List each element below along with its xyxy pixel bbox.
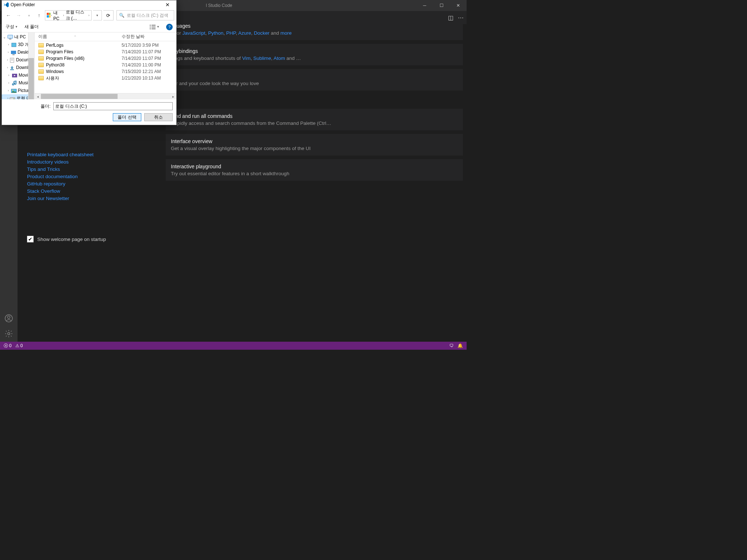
feedback-icon[interactable]: 🗨	[449, 343, 454, 348]
file-row[interactable]: PerfLogs5/17/2020 3:59 PM	[35, 42, 176, 49]
search-input[interactable]: 🔍 로컬 디스크 (C:) 검색	[116, 10, 174, 20]
file-row[interactable]: 사용자1/21/2020 10:13 AM	[35, 75, 176, 81]
card-playground[interactable]: Interactive playground Try out essential…	[166, 159, 463, 181]
card-desc: rt for JavaScript, Python, PHP, Azure, D…	[171, 30, 458, 36]
select-folder-button[interactable]: 폴더 선택	[113, 113, 141, 121]
svg-rect-14	[9, 39, 11, 39]
file-list[interactable]: PerfLogs5/17/2020 3:59 PMProgram Files7/…	[35, 41, 176, 93]
card-desc: Rapidly access and search commands from …	[171, 120, 458, 126]
more-actions-icon[interactable]: ⋯	[458, 14, 464, 21]
close-window-button[interactable]: ✕	[450, 0, 467, 11]
chevron-down-icon[interactable]: ⌄	[3, 34, 6, 40]
link-python[interactable]: Python	[208, 30, 223, 36]
folder-name-input[interactable]	[53, 102, 173, 110]
folder-type-icon	[12, 81, 18, 86]
svg-rect-17	[12, 54, 15, 55]
settings-gear-icon[interactable]	[4, 329, 13, 338]
horizontal-scrollbar[interactable]: ◂ ▸	[35, 93, 176, 99]
svg-point-1	[8, 316, 10, 319]
file-row[interactable]: Windows7/15/2020 12:21 AM	[35, 68, 176, 75]
chevron-right-icon[interactable]: ›	[7, 65, 8, 71]
minimize-button[interactable]: ─	[416, 0, 433, 11]
link-vim[interactable]: Vim	[242, 55, 250, 61]
tree-scrollbar[interactable]	[28, 32, 34, 99]
address-bar[interactable]: › 내 PC › 로컬 디스크 (… ›	[45, 10, 92, 20]
link-atom[interactable]: Atom	[273, 55, 285, 61]
new-folder-button[interactable]: 새 폴더	[24, 24, 39, 30]
nav-history-dropdown[interactable]: ▾	[24, 11, 33, 20]
dialog-close-button[interactable]: ✕	[160, 2, 175, 8]
chevron-right-icon[interactable]: ›	[7, 57, 8, 63]
file-row[interactable]: Python387/14/2020 11:00 PM	[35, 62, 176, 68]
bell-icon[interactable]: 🔔	[457, 343, 463, 348]
address-history-dropdown[interactable]: ▾	[93, 10, 102, 20]
chevron-right-icon[interactable]: ›	[7, 80, 11, 86]
link-docker[interactable]: Docker	[254, 30, 269, 36]
refresh-button[interactable]: ⟳	[103, 10, 114, 20]
chevron-right-icon[interactable]: ›	[88, 14, 90, 17]
account-icon[interactable]	[4, 314, 13, 323]
show-welcome-checkbox[interactable]: ✔ Show welcome page on startup	[27, 236, 162, 242]
link-github[interactable]: GitHub repository	[27, 181, 162, 187]
column-date[interactable]: 수정한 날짜	[122, 34, 173, 40]
link-javascript[interactable]: JavaScript	[183, 30, 206, 36]
link-sublime[interactable]: Sublime	[253, 55, 271, 61]
card-title	[171, 73, 458, 79]
card-languages[interactable]: nguages rt for JavaScript, Python, PHP, …	[166, 24, 463, 40]
tree-pane[interactable]: ⌄ 내 PC ›3D 개체›Desktop›Documents›Download…	[2, 32, 35, 99]
folder-type-icon	[12, 73, 18, 78]
windows-logo-icon	[47, 13, 50, 18]
cancel-button[interactable]: 취소	[144, 113, 173, 121]
card-interface-overview[interactable]: Interface overview Get a visual overlay …	[166, 134, 463, 156]
link-azure[interactable]: Azure	[238, 30, 251, 36]
nav-back-button[interactable]: ←	[4, 11, 13, 20]
chevron-right-icon[interactable]: ›	[7, 49, 9, 55]
chevron-right-icon[interactable]: ›	[7, 95, 8, 99]
chevron-right-icon[interactable]: ›	[7, 42, 10, 48]
organize-menu[interactable]: 구성 ▼	[5, 24, 18, 30]
chevron-right-icon[interactable]: ›	[7, 72, 11, 78]
link-product-docs[interactable]: Product documentation	[27, 174, 162, 179]
link-more[interactable]: more	[280, 30, 292, 36]
link-cheatsheet[interactable]: Printable keyboard cheatsheet	[27, 152, 162, 157]
link-tips-tricks[interactable]: Tips and Tricks	[27, 166, 162, 172]
link-newsletter[interactable]: Join our Newsletter	[27, 196, 162, 201]
checkbox-label: Show welcome page on startup	[37, 237, 106, 242]
card-commands[interactable]: Find and run all commands Rapidly access…	[166, 109, 463, 130]
link-stackoverflow[interactable]: Stack Overflow	[27, 188, 162, 194]
svg-rect-7	[150, 25, 151, 26]
status-errors[interactable]: ⓧ0	[4, 343, 12, 349]
card-keybindings[interactable]: keybindings ttings and keyboard shortcut…	[166, 44, 463, 65]
help-button[interactable]: ?	[166, 24, 173, 30]
dialog-bottom: 폴더: 폴더 선택 취소	[2, 99, 176, 125]
link-intro-videos[interactable]: Introductory videos	[27, 159, 162, 165]
pc-icon	[7, 35, 13, 39]
folder-icon	[38, 63, 44, 67]
folder-type-icon	[11, 50, 16, 55]
nav-forward-button[interactable]: →	[14, 11, 23, 20]
checkbox-checked-icon: ✔	[27, 236, 34, 242]
split-editor-icon[interactable]: ◫	[448, 14, 453, 21]
status-warnings[interactable]: ⚠0	[15, 343, 23, 348]
nav-up-button[interactable]: ↑	[35, 11, 43, 20]
scrollbar-thumb[interactable]	[41, 94, 118, 99]
file-name: 사용자	[46, 75, 59, 81]
svg-rect-16	[11, 51, 16, 54]
column-name[interactable]: 이름 ⌃	[38, 34, 122, 40]
chevron-right-icon[interactable]: ›	[7, 88, 10, 94]
link-php[interactable]: PHP	[226, 30, 236, 36]
svg-point-27	[14, 98, 14, 99]
breadcrumb-drive[interactable]: 로컬 디스크 (…	[65, 9, 88, 22]
scroll-left-icon[interactable]: ◂	[35, 95, 41, 99]
breadcrumb-pc[interactable]: 내 PC	[52, 10, 63, 21]
file-date: 1/21/2020 10:13 AM	[122, 75, 173, 81]
column-headers[interactable]: 이름 ⌃ 수정한 날짜	[35, 32, 176, 41]
view-options-button[interactable]: ▼	[150, 24, 160, 30]
file-row[interactable]: Program Files7/14/2020 11:07 PM	[35, 49, 176, 55]
scrollbar-thumb[interactable]	[28, 58, 34, 99]
maximize-button[interactable]: ☐	[433, 0, 450, 11]
dialog-title: Open Folder	[11, 2, 35, 7]
scroll-right-icon[interactable]: ▸	[170, 95, 176, 99]
file-row[interactable]: Program Files (x86)7/14/2020 11:07 PM	[35, 55, 176, 62]
card-theme[interactable]: itor and your code look the way you love	[166, 69, 463, 91]
